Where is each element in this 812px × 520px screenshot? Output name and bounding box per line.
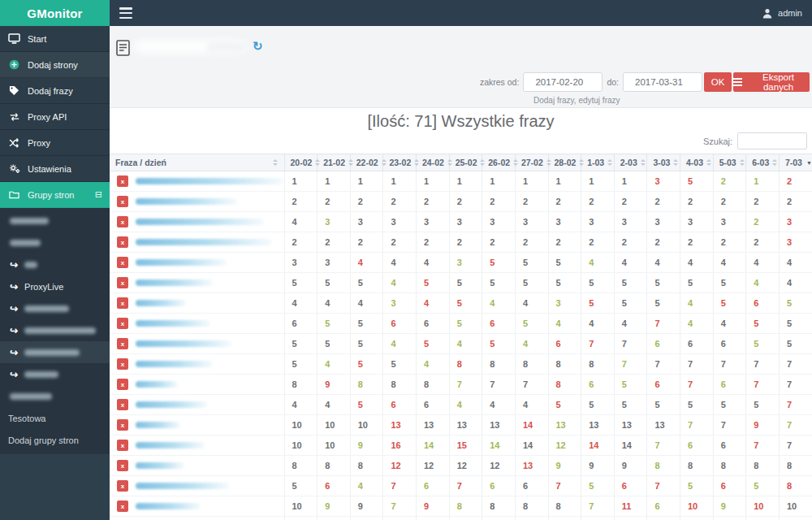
sidebar-subitem-proxylive[interactable]: ↪ProxyLive [0,275,110,297]
delete-row-button[interactable]: x [117,358,128,370]
rank-cell: 7 [614,334,647,354]
redacted-text [10,218,49,224]
user-menu[interactable]: admin [762,0,802,26]
column-header-fraza[interactable]: Fraza / dzień [110,154,284,171]
keyword-link-redacted[interactable] [136,462,184,469]
redacted-text [10,240,41,246]
keyword-link-redacted[interactable] [136,198,237,205]
keyword-link-redacted[interactable] [136,300,186,306]
keyword-link-redacted[interactable] [136,442,205,448]
column-header-5-03[interactable]: 5-03 [713,154,746,171]
keyword-link-redacted[interactable] [136,178,283,184]
redacted-text [24,262,37,268]
sidebar-item-label: Dodaj frazy [28,86,73,96]
keyword-link-redacted[interactable] [136,219,264,225]
column-header-25-02[interactable]: 25-02 [449,154,482,171]
delete-row-button[interactable]: x [117,196,128,207]
keyword-link-redacted[interactable] [136,361,213,367]
rank-cell: 3 [350,212,383,232]
keyword-link-redacted[interactable] [136,280,213,286]
sidebar-subitem-tesotowa[interactable]: Tesotowa [0,407,110,429]
column-header-21-02[interactable]: 21-02 [317,154,351,171]
rank-cell: 4 [383,334,417,354]
app-logo[interactable]: GMonitor [0,0,110,26]
sidebar-subitem-redacted[interactable] [0,232,110,254]
column-header-23-02[interactable]: 23-02 [383,154,417,171]
sidebar-subitem-redacted[interactable] [0,210,110,232]
edit-phrases-link[interactable]: Dodaj frazy, edytuj frazy [533,96,620,105]
column-header-4-03[interactable]: 4-03 [680,154,714,171]
delete-row-button[interactable]: x [117,236,128,248]
ok-button[interactable]: OK [704,72,732,92]
date-from-input[interactable] [523,72,603,92]
column-header-24-02[interactable]: 24-02 [417,154,450,171]
keyword-link-redacted[interactable] [136,483,229,489]
keyword-link-redacted[interactable] [136,320,210,327]
rank-cell: 5 [383,354,417,375]
sidebar-item-start[interactable]: Start [0,26,110,52]
delete-row-button[interactable]: x [117,257,128,268]
keyword-cell: x [110,212,284,232]
delete-row-button[interactable]: x [117,440,128,451]
delete-row-button[interactable]: x [117,399,128,410]
delete-row-button[interactable]: x [117,500,128,512]
rank-cell: 3 [317,253,351,273]
sidebar-subitem-redacted[interactable]: ↪ [0,319,110,341]
rank-cell: 7 [482,375,516,395]
keyword-link-redacted[interactable] [136,259,227,266]
refresh-icon[interactable]: ↻ [253,39,263,54]
delete-row-button[interactable]: x [117,277,128,288]
sidebar-subitem-redacted[interactable] [0,385,110,407]
column-header-1-03[interactable]: 1-03 [581,154,615,171]
rank-cell: 6 [647,496,680,517]
rank-cell: 9 [548,517,581,520]
sidebar-subitem-redacted[interactable]: ↪ [0,341,110,363]
column-header-26-02[interactable]: 26-02 [482,154,516,171]
rank-cell: 13 [515,456,548,476]
rank-cell: 7 [647,314,680,334]
sidebar-item-ustawienia[interactable]: Ustawienia [0,156,110,182]
minus-square-icon[interactable]: ⊟ [95,189,102,200]
delete-row-button[interactable]: x [117,176,128,187]
export-button[interactable]: Eksport danych [733,72,810,92]
sidebar-subitem-dodaj-grupy-stron[interactable]: Dodaj grupy stron [0,429,110,451]
sidebar-item-dodaj-strony[interactable]: Dodaj strony [0,52,110,78]
delete-row-button[interactable]: x [117,216,128,228]
column-header-20-02[interactable]: 20-02 [284,154,317,171]
delete-row-button[interactable]: x [117,379,128,390]
rank-cell: 8 [284,375,317,395]
sidebar-subitem-redacted[interactable]: ↪ [0,363,110,385]
toolbar-strip: ↻ zakres od: do: OK Eksport danych Dodaj… [110,26,812,107]
sidebar-toggle-icon[interactable] [119,7,132,19]
sidebar-item-proxy-api[interactable]: Proxy API [0,104,110,130]
delete-row-button[interactable]: x [117,419,128,431]
keyword-link-redacted[interactable] [136,340,231,347]
keyword-link-redacted[interactable] [136,503,201,509]
keyword-link-redacted[interactable] [136,422,180,428]
column-header-28-02[interactable]: 28-02 [548,154,581,171]
column-header-3-03[interactable]: 3-03 [647,154,680,171]
sidebar-item-grupy-stron[interactable]: Grupy stron ⊟ [0,182,110,208]
column-header-label: 26-02 [488,158,510,167]
column-header-2-03[interactable]: 2-03 [614,154,647,171]
delete-row-button[interactable]: x [117,297,128,309]
sidebar-item-label: Start [28,34,46,44]
column-header-27-02[interactable]: 27-02 [515,154,548,171]
sidebar-subitem-redacted[interactable]: ↪ [0,254,110,275]
keyword-link-redacted[interactable] [136,239,272,245]
sidebar-subitem-redacted[interactable]: ↪ [0,297,110,319]
delete-row-button[interactable]: x [117,460,128,471]
column-header-7-03[interactable]: 7-03▼ [779,154,812,171]
keyword-link-redacted[interactable] [136,381,178,388]
delete-row-button[interactable]: x [117,480,128,492]
sidebar-item-proxy[interactable]: Proxy [0,130,110,156]
delete-row-button[interactable]: x [117,318,128,329]
sidebar-item-dodaj-frazy[interactable]: Dodaj frazy [0,78,110,104]
column-header-22-02[interactable]: 22-02 [350,154,383,171]
date-to-input[interactable] [623,72,702,92]
delete-row-button[interactable]: x [117,338,128,349]
keyword-link-redacted[interactable] [136,401,207,408]
search-input[interactable] [737,132,807,150]
rank-cell: 6 [482,314,516,334]
column-header-6-03[interactable]: 6-03 [746,154,780,171]
